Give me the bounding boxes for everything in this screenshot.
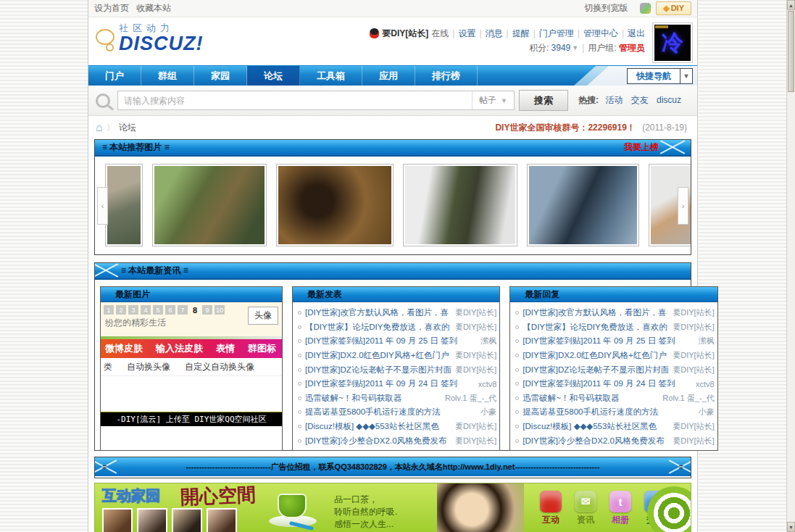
breadcrumb-forum[interactable]: 论坛: [119, 122, 136, 134]
post-author[interactable]: 要DIY[站长]: [451, 365, 496, 375]
carousel-photo[interactable]: [276, 164, 394, 246]
page-number[interactable]: 2: [116, 305, 126, 315]
post-title[interactable]: [Discuz!模板] ◆◆◆553站长社区黑色: [305, 421, 451, 432]
page-number[interactable]: 6: [165, 305, 175, 315]
scroll-down-button[interactable]: ▼: [787, 522, 795, 532]
reminders-link[interactable]: 提醒: [512, 26, 530, 41]
post-title[interactable]: [DIY世家]冷少整合DX2.0风格免费发布: [305, 436, 451, 446]
set-home-link[interactable]: 设为首页: [94, 2, 129, 14]
promo-ad-banner[interactable]: 互动家园 開心空間 品一口茶， 聆听自然的呼吸. 感悟一次人生... 互动 ✉: [94, 483, 691, 532]
reply-title[interactable]: [DIY世家签到贴]2011 年 09 月 25 日 签到: [523, 336, 694, 346]
diy-button[interactable]: ◆DIY: [656, 1, 691, 15]
carousel-photo[interactable]: [152, 164, 267, 246]
credits-value[interactable]: 3949: [551, 41, 571, 55]
submenu-custom-auto-avatar[interactable]: 自定义自动换头像: [185, 361, 254, 373]
carousel-next-button[interactable]: ›: [678, 187, 688, 225]
portal-admin-link[interactable]: 门户管理: [539, 26, 574, 41]
quick-nav-button[interactable]: 快捷导航 ▼: [627, 68, 693, 84]
bookmark-link[interactable]: 收藏本站: [136, 2, 171, 14]
menu-group-icon[interactable]: 群图标: [248, 342, 276, 355]
post-author[interactable]: Rolv.1 蛋_-_代: [441, 393, 496, 404]
chevron-down-icon[interactable]: ▼: [572, 41, 578, 55]
post-author[interactable]: 要DIY[站长]: [451, 421, 496, 432]
post-author[interactable]: xctv8: [475, 380, 497, 388]
widescreen-link[interactable]: 切换到宽版: [584, 2, 628, 14]
post-title[interactable]: [DIY世家]DZ论坛老帖子不显示图片封面: [305, 365, 451, 375]
reply-author[interactable]: 小豪: [695, 407, 715, 417]
post-title[interactable]: [DIY世家]改官方默认风格，看图片，喜: [305, 307, 451, 318]
post-title[interactable]: [DIY世家签到贴]2011 年 09 月 25 日 签到: [305, 336, 477, 346]
nav-item-ranking[interactable]: 排行榜: [415, 66, 478, 86]
hot-link-friends[interactable]: 交友: [631, 95, 649, 105]
reply-author[interactable]: 要DIY[站长]: [669, 350, 714, 361]
hot-link-discuz[interactable]: discuz: [657, 95, 681, 105]
nav-item-home[interactable]: 家园: [194, 66, 247, 86]
post-author[interactable]: 要DIY[站长]: [451, 322, 496, 333]
avatar-tab-button[interactable]: 头像: [248, 307, 278, 325]
search-scope-dropdown[interactable]: 帖子▼: [472, 91, 514, 109]
post-title[interactable]: 提高诺基亚5800手机运行速度的方法: [305, 407, 477, 417]
post-author[interactable]: 要DIY[站长]: [451, 350, 496, 361]
admin-center-link[interactable]: 管理中心: [583, 26, 618, 41]
settings-link[interactable]: 设置: [458, 26, 475, 41]
post-author[interactable]: 要DIY[站长]: [451, 307, 496, 318]
reply-title[interactable]: [DIY世家]冷少整合DX2.0风格免费发布: [523, 436, 669, 446]
page-number[interactable]: 3: [128, 305, 138, 315]
username-link[interactable]: 要DIY[站长]: [382, 26, 428, 41]
reply-author[interactable]: Rolv.1 蛋_-_代: [659, 393, 714, 404]
post-author[interactable]: 小豪: [477, 407, 496, 417]
page-number-current[interactable]: 8: [190, 305, 200, 315]
carousel-photo[interactable]: [403, 164, 517, 246]
reply-author[interactable]: 要DIY[站长]: [669, 307, 714, 318]
carousel-prev-button[interactable]: ‹: [97, 187, 108, 225]
reply-title[interactable]: [DIY世家]DX2.0红色DIY风格+红色门户: [523, 350, 669, 361]
search-input[interactable]: [117, 91, 515, 110]
hot-link-activity[interactable]: 活动: [605, 95, 623, 105]
post-title[interactable]: 迅雷破解~！和号码获取器: [305, 393, 441, 404]
page-number[interactable]: 7: [178, 305, 188, 315]
page-number[interactable]: 4: [141, 305, 151, 315]
post-title[interactable]: [DIY世家]DX2.0红色DIY风格+红色门户: [305, 350, 451, 361]
reply-author[interactable]: 要DIY[站长]: [669, 365, 714, 375]
menu-weibo-skin[interactable]: 微博皮肤: [105, 342, 143, 355]
post-author[interactable]: 潆枫: [477, 336, 496, 346]
vertical-scrollbar[interactable]: ▲ ▼: [786, 0, 795, 532]
reply-author[interactable]: 潆枫: [695, 336, 715, 346]
post-author[interactable]: 要DIY[站长]: [451, 436, 496, 446]
scrollbar-thumb[interactable]: [788, 11, 794, 92]
reply-author[interactable]: xctv8: [692, 380, 715, 388]
site-notice-link[interactable]: DIY世家全国审核群号：22296919！: [495, 122, 635, 133]
chevron-down-icon[interactable]: ▼: [680, 69, 692, 83]
skin-switch-icon[interactable]: [640, 3, 651, 14]
carousel-photo[interactable]: [105, 164, 143, 246]
feature-news[interactable]: ✉ 资讯: [573, 491, 598, 526]
page-number[interactable]: 10: [215, 305, 225, 315]
page-number[interactable]: 1: [104, 305, 114, 315]
scroll-up-button[interactable]: ▲: [787, 0, 795, 10]
menu-emoticon[interactable]: 表情: [216, 342, 235, 355]
messages-link[interactable]: 消息: [486, 26, 503, 41]
feature-album[interactable]: t 相册: [608, 491, 633, 526]
submenu-auto-avatar[interactable]: 自动换头像: [127, 361, 170, 373]
page-number[interactable]: 9: [202, 305, 212, 315]
avatar[interactable]: 冷: [652, 22, 693, 63]
reply-title[interactable]: [Discuz!模板] ◆◆◆553站长社区黑色: [523, 421, 669, 432]
reply-author[interactable]: 要DIY[站长]: [669, 322, 714, 333]
reply-title[interactable]: 提高诺基亚5800手机运行速度的方法: [523, 407, 694, 417]
reply-author[interactable]: 要DIY[站长]: [669, 436, 714, 446]
reply-title[interactable]: 迅雷破解~！和号码获取器: [523, 393, 659, 404]
rank-me-link[interactable]: 我要上榜: [624, 141, 659, 154]
post-title[interactable]: [DIY世家签到贴]2011 年 09 月 24 日 签到: [305, 378, 475, 389]
reply-title[interactable]: 【DIY世家】论坛DIY免费放送，喜欢的: [523, 322, 669, 333]
site-logo[interactable]: 社区动力 DISCUZ!: [94, 23, 204, 54]
nav-item-forum[interactable]: 论坛: [247, 66, 300, 86]
nav-item-portal[interactable]: 门户: [88, 66, 141, 86]
reply-title[interactable]: [DIY世家签到贴]2011 年 09 月 24 日 签到: [523, 378, 692, 389]
search-button[interactable]: 搜索: [519, 90, 568, 111]
logout-link[interactable]: 退出: [628, 26, 645, 41]
carousel-photo[interactable]: [527, 164, 639, 246]
reply-title[interactable]: [DIY世家]DZ论坛老帖子不显示图片封面: [523, 365, 669, 375]
page-number[interactable]: 5: [153, 305, 163, 315]
home-icon[interactable]: ⌂: [96, 121, 103, 134]
ad-banner-text[interactable]: --------------------------------广告位招租，联系…: [115, 462, 670, 473]
